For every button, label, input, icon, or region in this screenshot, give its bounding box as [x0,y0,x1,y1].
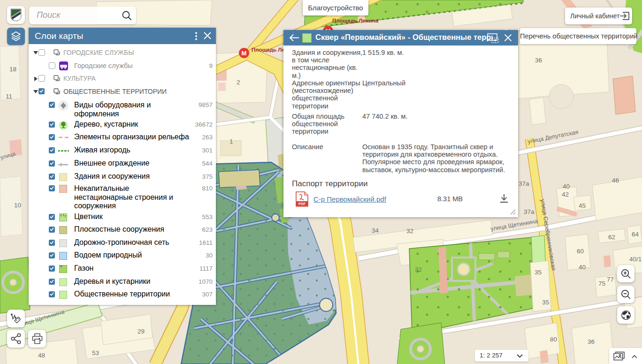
svg-text:М: М [242,50,247,57]
svg-text:40: 40 [563,183,570,190]
svg-text:PDF: PDF [298,202,306,206]
svg-text:35: 35 [535,269,542,276]
svg-text:2: 2 [237,79,240,86]
svg-text:60: 60 [577,248,584,255]
svg-text:35: 35 [542,299,549,306]
svg-text:77: 77 [607,276,614,283]
svg-text:36: 36 [535,57,542,64]
svg-text:18: 18 [9,66,16,73]
svg-text:48: 48 [38,352,45,359]
svg-text:10: 10 [14,202,21,209]
svg-text:45: 45 [579,202,586,209]
svg-text:36: 36 [588,338,595,345]
svg-text:64: 64 [632,231,639,238]
svg-text:11: 11 [6,93,12,100]
svg-text:80: 80 [550,336,557,343]
svg-text:32: 32 [415,266,422,273]
svg-text:46: 46 [612,177,619,184]
svg-text:40/1: 40/1 [629,256,642,263]
svg-text:37а: 37а [524,208,535,215]
svg-text:Площадь Ленина: Площадь Ленина [332,18,379,23]
svg-text:42: 42 [562,191,569,198]
svg-text:32: 32 [406,228,413,235]
svg-text:34: 34 [372,227,379,234]
svg-text:Площадь Лен: Площадь Лен [252,47,288,53]
svg-text:75: 75 [598,280,605,287]
svg-text:40: 40 [579,264,586,271]
svg-text:53: 53 [92,349,99,356]
svg-text:62: 62 [608,234,615,241]
svg-text:1: 1 [229,138,233,145]
svg-text:29: 29 [138,328,145,335]
svg-text:37а: 37а [519,180,529,187]
